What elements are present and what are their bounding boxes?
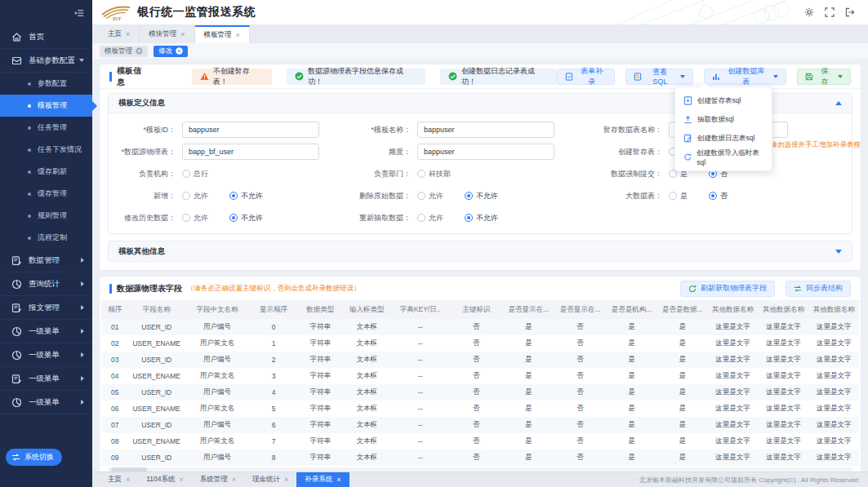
gear-icon[interactable] xyxy=(804,7,814,17)
sidebar-item-base-config[interactable]: 基础参数配置 xyxy=(0,49,92,73)
template-name-input[interactable] xyxy=(417,122,554,138)
upload-icon xyxy=(683,115,692,124)
close-icon[interactable]: × xyxy=(232,476,236,484)
template-info-head: 模板信息 不创建暂存表！ 数据源物理表字段信息保存成功！ 创建数据日志记录表成功… xyxy=(100,64,861,89)
fields-card: 数据源物理表字段 （请务必正确设置主键标识，否则会造成补录数据错误） 刷新获取物… xyxy=(99,276,861,472)
collapse-icon[interactable] xyxy=(835,101,842,105)
radio-disallow[interactable]: 不允许 xyxy=(465,213,498,224)
chevron-right-icon xyxy=(81,258,84,263)
doc-search-icon xyxy=(634,73,642,81)
sidebar-item-level1-menu-1[interactable]: 一级菜单 xyxy=(0,320,92,343)
tab-label: 补录系统 xyxy=(305,475,332,485)
form-entry-button[interactable]: 表单补录 xyxy=(557,69,615,85)
table-row[interactable]: 07 USER_ID 用户编号 6 字符串 文本框 -- 否 是 否 是 是 xyxy=(101,417,859,433)
breadcrumb-chip-template-mgmt[interactable]: 模板管理 xyxy=(100,46,148,57)
sidebar-item-process-custom[interactable]: 流程定制 xyxy=(0,227,92,249)
radio-allow[interactable]: 允许 xyxy=(182,191,208,201)
bottom-tab-cash-stats[interactable]: 现金统计× xyxy=(244,472,296,487)
sidebar-item-param-config[interactable]: 参数配置 xyxy=(0,73,92,95)
table-row[interactable]: 06 USER_ENAME 用户英文名 5 字符串 文本框 -- 否 是 否 是… xyxy=(101,401,859,417)
source-table-input[interactable] xyxy=(182,144,319,160)
sync-structure-button[interactable]: 同步表结构 xyxy=(786,281,851,297)
table-row[interactable]: 04 USER_ENAME 用户英文名 3 字符串 文本框 -- 否 是 否 是… xyxy=(101,368,859,384)
logout-icon[interactable] xyxy=(845,7,855,17)
sidebar-item-task-mgmt[interactable]: 任务管理 xyxy=(0,117,92,139)
menu-item-label: 创建暂存表sql xyxy=(697,96,741,106)
sidebar-item-cache-mgmt[interactable]: 缓存管理 xyxy=(0,183,92,205)
sidebar-item-rule-mgmt[interactable]: 规则管理 xyxy=(0,205,92,227)
table-row[interactable]: 02 USER_ENAME 用户英文名 1 字符串 文本框 -- 否 是 否 是… xyxy=(101,335,859,352)
save-button[interactable]: 保存 xyxy=(797,69,851,85)
close-icon[interactable]: × xyxy=(336,476,341,484)
sidebar-item-level1-menu-3[interactable]: 一级菜单 xyxy=(0,367,92,391)
radio-head-office[interactable]: 总行 xyxy=(182,169,208,179)
close-circle-icon[interactable] xyxy=(176,47,183,55)
cell-cn-name: 用户编号 xyxy=(185,352,250,368)
sidebar-item-cache-refresh[interactable]: 缓存刷新 xyxy=(0,161,92,183)
close-icon[interactable]: × xyxy=(126,30,130,38)
view-sql-button[interactable]: 查看SQL xyxy=(625,69,693,85)
table-row[interactable]: 09 USER_ID 用户编号 8 字符串 文本框 -- 否 是 否 是 是 xyxy=(101,449,859,466)
close-icon[interactable]: × xyxy=(284,476,288,484)
column-header: 顺序 xyxy=(101,301,128,319)
breadcrumb-chip-edit[interactable]: 修改 xyxy=(154,46,188,57)
close-icon[interactable]: × xyxy=(126,476,130,484)
cell-order: 08 xyxy=(101,433,128,449)
menu-item-create-staging-sql[interactable]: 创建暂存表sql xyxy=(675,91,772,110)
cell-other-2: 这里是文字 xyxy=(758,384,808,401)
close-icon[interactable]: × xyxy=(236,31,240,39)
tab-template-mgmt[interactable]: 模板管理× xyxy=(195,25,250,43)
radio-allow[interactable]: 允许 xyxy=(417,213,443,224)
cell-is-data: 是 xyxy=(657,384,707,401)
menu-item-create-log-table-sql[interactable]: 创建数据日志表sql xyxy=(675,129,772,148)
table-row[interactable]: 08 USER_ENAME 用户英文名 7 字符串 文本框 -- 否 是 否 是… xyxy=(101,433,859,449)
sidebar-item-query-stats[interactable]: 查询统计 xyxy=(0,272,92,296)
cell-other-2: 这里是文字 xyxy=(758,352,808,368)
bottom-tab-1104[interactable]: 1104系统× xyxy=(138,472,192,487)
cell-other-1: 这里是文字 xyxy=(707,335,758,352)
expand-icon[interactable] xyxy=(835,250,842,254)
bottom-tab-system-mgmt[interactable]: 系统管理× xyxy=(192,472,244,487)
radio-yes[interactable]: 是 xyxy=(669,191,688,201)
cell-is-org: 是 xyxy=(606,417,657,433)
tab-home[interactable]: 主页× xyxy=(99,25,140,43)
table-row[interactable]: 05 USER_ID 用户编号 4 字符串 文本框 -- 否 是 否 是 是 xyxy=(101,384,859,401)
radio-disallow[interactable]: 不允许 xyxy=(229,191,263,201)
table-row[interactable]: 01 USER_ID 用户编号 0 字符串 文本框 -- 否 是 否 是 是 xyxy=(101,319,859,335)
cell-cn-name: 用户英文名 xyxy=(185,368,250,384)
radio-no[interactable]: 否 xyxy=(709,191,728,201)
fullscreen-icon[interactable] xyxy=(825,7,835,17)
radio-disallow[interactable]: 不允许 xyxy=(465,191,498,201)
menu-item-create-import-temp-table-sql[interactable]: 创建数据导入临时表sql xyxy=(675,148,772,166)
sidebar-item-template-mgmt[interactable]: 模板管理 xyxy=(0,95,92,117)
collapse-menu-icon[interactable] xyxy=(74,8,84,18)
cell-data-type: 字符串 xyxy=(297,433,343,449)
table-row[interactable]: 03 USER_ID 用户编号 2 字符串 文本框 -- 否 是 否 是 是 xyxy=(101,352,859,368)
bottom-tab-supplement-system[interactable]: 补录系统× xyxy=(296,472,349,487)
close-icon[interactable]: × xyxy=(180,476,184,484)
menu-item-extract-data-sql[interactable]: 抽取数据sql xyxy=(675,110,772,129)
tab-module-mgmt[interactable]: 模块管理× xyxy=(140,25,194,43)
cell-is-data: 是 xyxy=(657,401,707,417)
sidebar-item-level1-menu-4[interactable]: 一级菜单 xyxy=(0,391,92,414)
cell-field-name: USER_ID xyxy=(128,319,185,335)
bottom-tab-home[interactable]: 主页× xyxy=(100,472,138,487)
radio-allow[interactable]: 允许 xyxy=(182,213,208,224)
sidebar-item-task-dispatch[interactable]: 任务下发情况 xyxy=(0,139,92,161)
template-id-input[interactable] xyxy=(182,122,319,138)
system-switch-button[interactable]: 系统切换 xyxy=(6,449,62,466)
create-db-table-button[interactable]: 创建数据库表 xyxy=(704,69,786,85)
sidebar-item-level1-menu-2[interactable]: 一级菜单 xyxy=(0,343,92,367)
refresh-fields-button[interactable]: 刷新获取物理表字段 xyxy=(680,281,775,297)
sidebar-item-data-mgmt[interactable]: 数据管理 xyxy=(0,249,92,272)
radio-allow[interactable]: 允许 xyxy=(417,191,443,201)
close-icon[interactable]: × xyxy=(180,30,185,38)
radio-disallow[interactable]: 不允许 xyxy=(229,213,263,224)
radio-tech-dept[interactable]: 科技部 xyxy=(417,169,451,179)
sidebar-item-home[interactable]: 首页 xyxy=(0,25,92,49)
close-circle-icon[interactable] xyxy=(136,47,143,55)
sidebar-item-label: 一级菜单 xyxy=(29,326,60,337)
frequency-input[interactable] xyxy=(417,144,554,160)
sidebar-item-report-mgmt[interactable]: 报文管理 xyxy=(0,296,92,320)
sidebar-nav: 首页 基础参数配置 参数配置 模板管理 任务管理 任务下发情况 缓存刷新 缓存管… xyxy=(0,25,92,414)
